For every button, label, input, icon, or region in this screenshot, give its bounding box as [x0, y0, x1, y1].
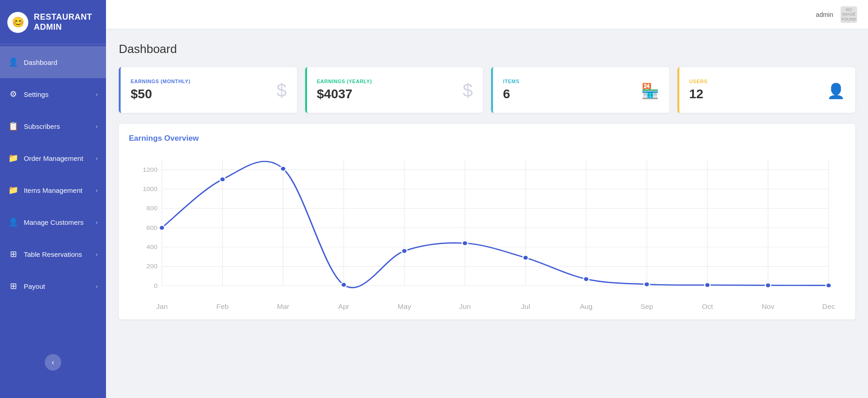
svg-text:Aug: Aug: [580, 303, 593, 310]
page-content: Dashboard EARNINGS (MONTHLY) $50 $ EARNI…: [106, 29, 868, 398]
svg-text:Jun: Jun: [459, 303, 471, 310]
stat-card-value-earnings-monthly: $50: [131, 87, 191, 101]
svg-point-32: [523, 255, 528, 260]
sidebar-logo: 😊 RESTAURANT ADMIN: [0, 0, 106, 44]
store-icon: 🏪: [641, 83, 659, 99]
main-content: admin NO IMAGE FOUND Dashboard EARNINGS …: [106, 0, 868, 398]
dollar-icon: $: [463, 80, 473, 100]
svg-point-28: [281, 166, 286, 171]
svg-text:Nov: Nov: [762, 303, 775, 310]
stat-card-value-items: 6: [503, 87, 519, 101]
settings-icon: ⚙: [8, 89, 18, 99]
stat-card-items: ITEMS 6 🏪: [491, 67, 669, 113]
svg-text:Jan: Jan: [156, 303, 168, 310]
svg-text:Feb: Feb: [217, 303, 229, 310]
logo-text: RESTAURANT ADMIN: [34, 12, 92, 32]
table-reservations-icon: ⊞: [8, 249, 18, 259]
svg-point-26: [159, 225, 164, 230]
sidebar-item-label-settings: Settings: [24, 90, 48, 98]
stat-card-value-users: 12: [689, 87, 708, 101]
sidebar-item-dashboard[interactable]: 👤 Dashboard: [0, 46, 106, 78]
chart-title: Earnings Overview: [129, 134, 845, 143]
stat-card-value-earnings-yearly: $4037: [317, 87, 372, 101]
svg-point-30: [402, 249, 407, 254]
svg-text:0: 0: [154, 283, 158, 289]
svg-text:1000: 1000: [143, 186, 158, 192]
chevron-right-icon: ›: [96, 187, 98, 194]
topbar-username: admin: [816, 11, 833, 18]
sidebar-item-label-manage-customers: Manage Customers: [24, 218, 84, 226]
svg-text:May: May: [397, 303, 411, 310]
stat-cards: EARNINGS (MONTHLY) $50 $ EARNINGS (YEARL…: [119, 67, 855, 113]
chart-section: Earnings Overview 020040060080010001200 …: [119, 124, 855, 319]
svg-text:Oct: Oct: [702, 303, 713, 310]
sidebar-item-order-management[interactable]: 📁 Order Management ›: [0, 142, 106, 174]
chevron-right-icon: ›: [96, 219, 98, 226]
logo-icon: 😊: [7, 12, 28, 33]
svg-text:Mar: Mar: [277, 303, 289, 310]
svg-text:Jul: Jul: [521, 303, 530, 310]
manage-customers-icon: 👤: [8, 217, 18, 227]
stat-card-label-users: USERS: [689, 79, 708, 84]
order-management-icon: 📁: [8, 153, 18, 163]
sidebar: 😊 RESTAURANT ADMIN 👤 Dashboard ⚙ Setting…: [0, 0, 106, 398]
sidebar-item-label-order-management: Order Management: [24, 154, 83, 162]
earnings-chart: 020040060080010001200 JanFebMarAprMayJun…: [129, 150, 845, 315]
svg-text:Dec: Dec: [822, 303, 835, 310]
sidebar-item-items-management[interactable]: 📁 Items Management ›: [0, 174, 106, 206]
page-title: Dashboard: [119, 42, 855, 56]
sidebar-item-table-reservations[interactable]: ⊞ Table Reservations ›: [0, 238, 106, 270]
sidebar-collapse-button[interactable]: ‹: [45, 354, 61, 371]
sidebar-item-label-subscribers: Subscribers: [24, 122, 60, 130]
chevron-right-icon: ›: [96, 155, 98, 162]
sidebar-item-subscribers[interactable]: 📋 Subscribers ›: [0, 110, 106, 142]
chevron-right-icon: ›: [96, 251, 98, 258]
svg-point-34: [644, 282, 650, 287]
sidebar-item-settings[interactable]: ⚙ Settings ›: [0, 78, 106, 110]
sidebar-item-manage-customers[interactable]: 👤 Manage Customers ›: [0, 206, 106, 238]
sidebar-nav: 👤 Dashboard ⚙ Settings › 📋 Subscribers ›…: [0, 46, 106, 302]
svg-point-31: [462, 241, 468, 246]
stat-card-label-earnings-monthly: EARNINGS (MONTHLY): [131, 79, 191, 84]
sidebar-item-label-items-management: Items Management: [24, 186, 82, 194]
sidebar-item-label-table-reservations: Table Reservations: [24, 250, 82, 258]
stat-card-label-items: ITEMS: [503, 79, 519, 84]
chart-container: 020040060080010001200 JanFebMarAprMayJun…: [129, 150, 845, 315]
svg-point-36: [765, 283, 771, 288]
chevron-left-icon: ‹: [52, 358, 54, 366]
sidebar-item-payout[interactable]: ⊞ Payout ›: [0, 270, 106, 302]
dashboard-icon: 👤: [8, 57, 18, 67]
svg-text:1200: 1200: [143, 166, 158, 173]
svg-text:Apr: Apr: [338, 303, 349, 310]
svg-text:800: 800: [147, 205, 158, 212]
svg-text:Sep: Sep: [640, 303, 653, 310]
payout-icon: ⊞: [8, 281, 18, 291]
svg-text:600: 600: [147, 224, 158, 231]
chevron-right-icon: ›: [96, 283, 98, 290]
svg-point-35: [704, 282, 710, 287]
topbar: admin NO IMAGE FOUND: [106, 0, 868, 29]
subscribers-icon: 📋: [8, 121, 18, 131]
topbar-avatar: NO IMAGE FOUND: [841, 6, 857, 23]
stat-card-earnings-yearly: EARNINGS (YEARLY) $4037 $: [305, 67, 483, 113]
stat-card-users: USERS 12 👤: [677, 67, 856, 113]
items-management-icon: 📁: [8, 185, 18, 195]
user-icon: 👤: [827, 83, 845, 99]
svg-point-37: [826, 283, 831, 288]
chevron-right-icon: ›: [96, 123, 98, 130]
stat-card-label-earnings-yearly: EARNINGS (YEARLY): [317, 79, 372, 84]
svg-text:200: 200: [147, 263, 158, 270]
chevron-right-icon: ›: [96, 91, 98, 98]
svg-point-33: [583, 276, 589, 281]
svg-text:400: 400: [147, 244, 158, 250]
sidebar-item-label-dashboard: Dashboard: [24, 58, 57, 66]
dollar-icon: $: [276, 80, 286, 100]
svg-point-27: [220, 177, 225, 182]
stat-card-earnings-monthly: EARNINGS (MONTHLY) $50 $: [119, 67, 297, 113]
sidebar-item-label-payout: Payout: [24, 282, 45, 290]
svg-point-29: [341, 282, 346, 287]
